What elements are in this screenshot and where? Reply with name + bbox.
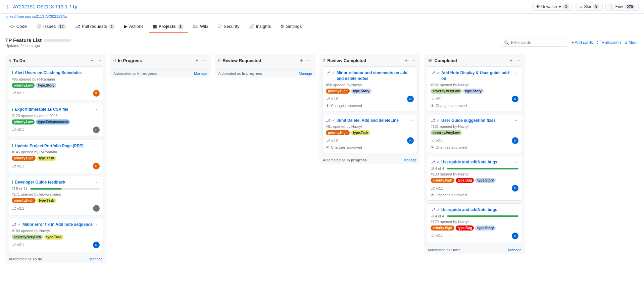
add-cards-button[interactable]: + Add cards: [572, 40, 593, 45]
card-menu-button[interactable]: ···: [96, 143, 100, 148]
column-todo-header: 5 To Do + ···: [5, 54, 106, 66]
card-avatar: R: [93, 90, 100, 97]
eye-icon: 👁: [326, 145, 330, 149]
filter-input-container[interactable]: 🔍: [501, 39, 568, 47]
pr-icon: ⎇: [326, 118, 331, 123]
column-review-requested-menu[interactable]: ···: [305, 57, 312, 64]
card-title[interactable]: Developer Guide feedback: [15, 180, 65, 185]
pr-icon: ⎇: [431, 118, 435, 123]
tab-security[interactable]: 🛡 Security: [213, 20, 243, 33]
tab-settings[interactable]: ⚙ Settings: [276, 20, 306, 33]
changes-approved: 👁 Changes approved: [431, 145, 518, 149]
in-progress-manage-link[interactable]: Manage: [194, 71, 207, 75]
label-priority-high: priority.High: [431, 178, 454, 183]
card-checklist: ☑ 4 of 4: [431, 214, 518, 218]
column-todo-add[interactable]: +: [89, 57, 95, 64]
card-title[interactable]: Export timetable as CSV file: [15, 107, 68, 112]
fullscreen-button[interactable]: ⛶ Fullscreen: [597, 40, 621, 45]
card-number: #95 opened by R-Ramana: [12, 77, 100, 81]
card-menu-button[interactable]: ···: [410, 118, 414, 123]
card-95: ℹ Alert Users on Clashing Schedules ··· …: [8, 66, 103, 100]
repo-owner-link[interactable]: AY2021S1-CS2113-T13-1: [13, 4, 67, 9]
tab-actions[interactable]: ▶ Actions: [120, 20, 148, 33]
label-severity-verylow: severity.VeryLow: [431, 89, 462, 94]
tab-insights[interactable]: 📈 Insights: [245, 20, 275, 33]
card-title[interactable]: Userguide and addNote bugs: [441, 207, 497, 213]
card-179: ⎇ ✓ Userguide and addNote bugs ··· ☑ 4 o…: [427, 203, 522, 243]
menu-icon: ≡: [625, 40, 627, 45]
card-menu-button[interactable]: ···: [515, 70, 518, 75]
card-labels: priority.Low type.Enhancement: [12, 119, 100, 124]
column-todo-title: 5 To Do: [9, 58, 25, 63]
card-title[interactable]: Alert Users on Clashing Schedules: [15, 70, 82, 76]
column-completed-add[interactable]: +: [508, 57, 513, 64]
column-review-requested-add[interactable]: +: [299, 57, 304, 64]
card-menu-button[interactable]: ···: [515, 118, 518, 123]
issues-icon: ⚪: [36, 24, 42, 29]
filter-cards-input[interactable]: [511, 40, 565, 45]
issue-icon: ℹ: [12, 70, 13, 75]
fork-icon: 🍴: [609, 4, 614, 9]
card-title[interactable]: User Guide suggestion fixes: [441, 118, 496, 123]
todo-manage-link[interactable]: Manage: [89, 257, 103, 261]
card-title[interactable]: Userguide and editNote bugs: [441, 159, 497, 165]
card-title[interactable]: Junit Delete, Add and deleteLine: [337, 118, 399, 123]
card-title[interactable]: Minor refactor and comments on add and d…: [337, 70, 409, 82]
card-menu-button[interactable]: ···: [515, 207, 518, 212]
column-in-progress-add[interactable]: +: [194, 57, 199, 64]
unwatch-button[interactable]: 👁 Unwatch ▼ 3: [532, 3, 573, 11]
card-labels: severity.VeryLow type.Story: [431, 89, 518, 94]
review-requested-manage-link[interactable]: Manage: [299, 71, 312, 75]
project-header: TP Feature List Updated 2 hours ago 🔍 + …: [0, 33, 644, 50]
check-icon: ✓: [18, 222, 21, 227]
tab-issues[interactable]: ⚪ Issues 12: [32, 20, 70, 33]
card-menu-button[interactable]: ···: [96, 222, 100, 227]
card-menu-button[interactable]: ···: [515, 159, 518, 164]
column-in-progress-menu[interactable]: ···: [201, 57, 207, 64]
column-in-progress-footer: Automated as In progress Manage: [110, 69, 211, 78]
tab-wiki[interactable]: 📖 Wiki: [189, 20, 212, 33]
changes-approved: 👁 Changes approved: [431, 104, 518, 108]
card-labels: priority.High type.Bug type.Story: [431, 225, 518, 231]
card-number: #181 opened by Nazryl: [431, 124, 518, 129]
completed-manage-link[interactable]: Manage: [508, 248, 522, 252]
changes-approved: 👁 Changes approved: [326, 104, 414, 108]
review-completed-manage-link[interactable]: Manage: [403, 158, 417, 162]
menu-button[interactable]: ≡ Menu: [625, 40, 639, 45]
column-review-completed-menu[interactable]: ···: [410, 57, 417, 64]
eye-icon: 👁: [431, 104, 434, 108]
check-icon: ✓: [332, 118, 335, 123]
card-avatar: P: [93, 126, 100, 133]
column-review-requested-footer: Automated as In progress Manage: [215, 69, 315, 78]
card-title[interactable]: Add Note Display & User guide add-on: [441, 70, 513, 82]
eye-icon: 👁: [536, 4, 540, 9]
star-button[interactable]: ☆ Star 0: [576, 3, 603, 11]
label-priority-high: priority.High: [326, 89, 350, 94]
column-completed-menu[interactable]: ···: [515, 57, 522, 64]
pr-icon: ⎇: [431, 70, 435, 75]
tab-projects[interactable]: ▦ Projects 1: [149, 20, 187, 33]
tab-pull-requests[interactable]: ⎇ Pull requests 1: [71, 20, 119, 33]
card-123: ℹ Export timetable as CSV file ··· #123 …: [8, 103, 103, 137]
card-menu-button[interactable]: ···: [96, 70, 100, 75]
column-review-completed-add[interactable]: +: [403, 57, 409, 64]
pr-icon: ⎇: [75, 24, 80, 29]
label-type-enhancement: type.Enhancement: [36, 119, 70, 124]
fork-source-link[interactable]: nus-cs2113-AY2021S1/tp: [25, 14, 67, 18]
repo-name-link[interactable]: tp: [73, 4, 77, 9]
card-title[interactable]: Minor error fix in Add note sequence: [22, 222, 93, 227]
card-milestone: ⎇ v2.1: [12, 206, 24, 211]
column-todo-footer: Automated as To do Manage: [5, 255, 106, 263]
card-menu-button[interactable]: ···: [410, 70, 414, 75]
fork-button[interactable]: 🍴 Fork 279: [605, 3, 639, 11]
card-171: ℹ Developer Guide feedback ··· ☐ 5 of 11…: [8, 176, 103, 215]
card-menu-button[interactable]: ···: [96, 107, 100, 112]
card-avatar: L: [93, 205, 100, 212]
column-review-completed-header: 2 Review Completed + ···: [319, 54, 420, 66]
card-milestone: ⎇ v2.1: [12, 243, 24, 247]
card-milestone: ⎇ v1.0: [326, 97, 338, 101]
tab-code[interactable]: <> Code: [5, 20, 31, 33]
card-menu-button[interactable]: ···: [96, 180, 100, 185]
column-todo-menu[interactable]: ···: [96, 57, 103, 64]
card-title[interactable]: Update Project Portfolio Page (PPP): [15, 143, 84, 149]
